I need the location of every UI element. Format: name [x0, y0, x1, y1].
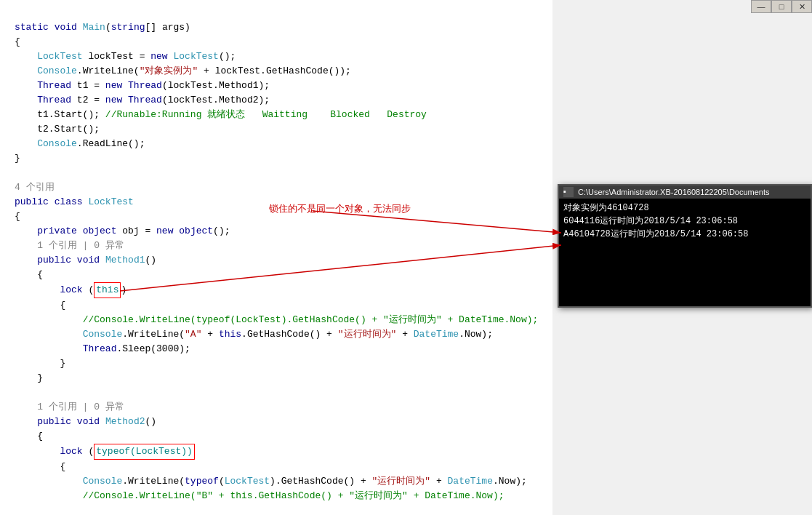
code-content: static void Main(string[] args) { LockTe…	[0, 0, 552, 515]
line-refs2: 1 个引用 | 0 异常	[15, 402, 124, 412]
maximize-button[interactable]: □	[771, 0, 792, 13]
line-method1-close: }	[15, 372, 43, 383]
console-line3: A46104728运行时间为2018/5/14 23:06:58	[563, 228, 806, 241]
line-method1-comment: //Console.WriteLine(typeof(LockTest).Get…	[15, 314, 538, 325]
line-lock2: lock (typeof(LockTest))	[15, 446, 195, 457]
annotation-text: 锁住的不是同一个对象，无法同步	[269, 202, 411, 215]
line-console-writeline: Console.WriteLine("对象实例为" + lockTest.Get…	[15, 65, 351, 76]
line-method1-brace: {	[15, 269, 43, 280]
console-line1: 对象实例为46104728	[563, 201, 806, 215]
line-brace-open: {	[15, 36, 20, 47]
line-t1start: t1.Start(); //Runable:Running 就绪状态 Waitt…	[15, 109, 427, 120]
line-method1-body2: Thread.Sleep(3000);	[15, 343, 190, 354]
console-line2: 6044116运行时间为2018/5/14 23:06:58	[563, 215, 806, 228]
minimize-button[interactable]: —	[751, 0, 771, 13]
code-editor: static void Main(string[] args) { LockTe…	[0, 0, 552, 515]
line-readline: Console.ReadLine();	[15, 138, 145, 149]
line-method1-def: public void Method1()	[15, 255, 156, 266]
line-locktest-init: LockTest lockTest = new LockTest();	[15, 51, 236, 62]
line-brace-close1: }	[15, 153, 20, 164]
line-method2-comment: //Console.WriteLine("B" + this.GetHashCo…	[15, 490, 505, 501]
line-thread1: Thread t1 = new Thread(lockTest.Method1)…	[15, 80, 270, 91]
line-lock2-brace: {	[15, 461, 65, 472]
line-method1-inner-close: }	[15, 358, 65, 369]
console-window: ▪ C:\Users\Administrator.XB-201608122205…	[558, 184, 812, 308]
line-class-def: public class LockTest	[15, 196, 134, 207]
line-empty1	[15, 167, 20, 178]
line-class-brace: {	[15, 211, 20, 222]
window-controls: — □ ✕	[751, 0, 812, 13]
console-title-bar: ▪ C:\Users\Administrator.XB-201608122205…	[559, 185, 811, 199]
console-body: 对象实例为46104728 6044116运行时间为2018/5/14 23:0…	[559, 199, 811, 244]
close-button[interactable]: ✕	[792, 0, 812, 13]
line-empty2	[15, 387, 20, 398]
line-refs-top: 4 个引用	[15, 182, 55, 193]
line-lock1: lock (this)	[15, 284, 126, 295]
line-field: private object obj = new object();	[15, 225, 230, 236]
line-refs1: 1 个引用 | 0 异常	[15, 240, 124, 251]
line-method1-body1: Console.WriteLine("A" + this.GetHashCode…	[15, 329, 493, 340]
line-static: static void Main(string[] args)	[15, 22, 190, 33]
console-icon: ▪	[563, 187, 574, 197]
line-t2start: t2.Start();	[15, 124, 100, 135]
console-title: C:\Users\Administrator.XB-201608122205\D…	[578, 188, 770, 196]
line-method2-brace: {	[15, 431, 43, 442]
line-thread2: Thread t2 = new Thread(lockTest.Method2)…	[15, 95, 270, 105]
line-method2-def: public void Method2()	[15, 416, 156, 427]
line-lock1-brace: {	[15, 300, 65, 311]
